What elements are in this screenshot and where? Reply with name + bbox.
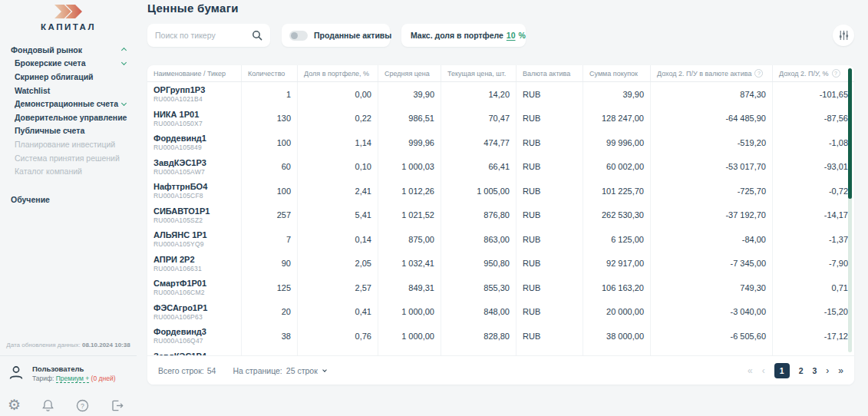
chevron-down-icon bbox=[121, 60, 127, 65]
pagination: « ‹ 123 › » bbox=[748, 363, 843, 378]
table-row[interactable]: СмартФ1Р01RU000A106CM21252,57849,31855,3… bbox=[147, 276, 854, 300]
cell-share: 0,04 bbox=[298, 348, 378, 356]
controls-bar: Проданные активы Макс. доля в портфеле 1… bbox=[147, 24, 854, 47]
table-row[interactable]: ЗавдКЭС1Р3RU000A105AW7600,101 000,0366,4… bbox=[147, 155, 854, 180]
cell-cur-price: 474,77 bbox=[441, 130, 517, 155]
table-row[interactable]: НафттрнБО4RU000A105CF81002,411 012,261 0… bbox=[147, 179, 854, 203]
table-row[interactable]: Фордевинд3RU000A106Q47380,761 000,00828,… bbox=[147, 324, 854, 348]
column-header: Сумма покупок bbox=[583, 65, 651, 81]
sidebar-item-label: Система принятия решений bbox=[15, 154, 120, 163]
table-row[interactable]: Фордевинд1RU000A1058491001,14999,96474,7… bbox=[147, 130, 854, 155]
table-body: ОРГрупп1Р3RU000A1021B410,0039,9014,20RUB… bbox=[147, 82, 854, 355]
table-row[interactable]: ФЭСАгро1Р1RU000A106P63200,411 000,00848,… bbox=[147, 300, 854, 325]
sold-assets-toggle-switch[interactable] bbox=[289, 31, 308, 41]
sidebar-item-label: Фондовый рынок bbox=[11, 45, 82, 54]
security-name: СмартФ1Р01 bbox=[153, 279, 235, 289]
pagination-page[interactable]: 2 bbox=[799, 366, 804, 375]
search-icon[interactable] bbox=[252, 30, 262, 41]
sidebar-item[interactable]: Доверительное управление bbox=[0, 111, 137, 124]
cell-avg-price: 924,98 bbox=[378, 348, 441, 356]
sidebar-item-label: Публичные счета bbox=[15, 126, 84, 135]
pagination-page-active[interactable]: 1 bbox=[774, 363, 790, 378]
column-header: Доход 2. П/У в валюте актива? bbox=[651, 65, 773, 81]
table-row[interactable]: СИБАВТО1Р1RU000A105SZ22575,411 021,52876… bbox=[147, 203, 854, 228]
search-input[interactable] bbox=[155, 31, 252, 40]
per-page-value: 25 строк bbox=[286, 366, 318, 375]
sidebar-item[interactable]: Публичные счета bbox=[0, 124, 137, 138]
sidebar-item[interactable]: Обучение bbox=[0, 193, 137, 206]
column-header: Количество bbox=[242, 65, 298, 81]
cell-cur-price: 66,41 bbox=[441, 155, 517, 180]
cell-purchases: 27 749,40 bbox=[583, 348, 651, 356]
tariff-days: (0 дней) bbox=[91, 375, 116, 382]
sold-assets-filter[interactable]: Проданные активы bbox=[282, 24, 390, 47]
cell-avg-price: 1 000,00 bbox=[378, 300, 441, 325]
column-settings-button[interactable] bbox=[833, 25, 854, 46]
pagination-first-button[interactable]: « bbox=[748, 366, 753, 375]
sidebar-item[interactable]: Скринер облигаций bbox=[0, 70, 137, 84]
sidebar-bottom: Дата обновления данных: 08.10.2024 10:38… bbox=[0, 342, 137, 416]
sidebar-menu: Фондовый рынокБрокерские счетаСкринер об… bbox=[0, 43, 137, 206]
cell-name: Фордевинд3RU000A106Q47 bbox=[147, 324, 242, 348]
cell-currency: RUB bbox=[517, 155, 583, 180]
cell-currency: RUB bbox=[517, 107, 583, 131]
column-header-label: Доход 2. П/У, % bbox=[779, 70, 829, 78]
cell-purchases: 99 996,00 bbox=[583, 130, 651, 155]
sold-assets-label: Проданные активы bbox=[314, 31, 391, 40]
table-row[interactable]: ЗавдКЭС1Р4300,04924,9851,00RUB27 749,40-… bbox=[147, 348, 854, 356]
cell-cur-price: 51,00 bbox=[441, 348, 517, 356]
cell-income-pct: -93,01 bbox=[773, 155, 854, 180]
cell-purchases: 128 247,00 bbox=[583, 107, 651, 131]
max-share-value[interactable]: 10 bbox=[507, 31, 516, 40]
table-row[interactable]: АПРИ 2Р2RU000A106631902,051 032,41950,80… bbox=[147, 252, 854, 276]
cell-avg-price: 849,31 bbox=[378, 276, 441, 300]
per-page-select[interactable]: На странице: 25 строк bbox=[233, 366, 325, 375]
sidebar-item[interactable]: Брокерские счета bbox=[0, 57, 137, 71]
logout-icon[interactable] bbox=[110, 398, 124, 413]
sidebar-item-label: Планирование инвестиций bbox=[15, 140, 115, 149]
pagination-page[interactable]: 3 bbox=[812, 366, 817, 375]
cell-qty: 20 bbox=[242, 300, 298, 325]
cell-currency: RUB bbox=[517, 324, 583, 348]
sidebar-item[interactable]: Фондовый рынок bbox=[0, 43, 137, 57]
table-row[interactable]: НИКА 1Р01RU000A1050X71300,22986,5170,47R… bbox=[147, 107, 854, 131]
notifications-bell-icon[interactable] bbox=[41, 398, 55, 413]
rows-total-value: 54 bbox=[207, 366, 216, 375]
scrollbar-thumb[interactable] bbox=[848, 68, 852, 199]
security-isin: RU000A106631 bbox=[153, 265, 235, 272]
sidebar-item[interactable]: Watchlist bbox=[0, 84, 137, 97]
security-name: АПРИ 2Р2 bbox=[153, 255, 235, 265]
pagination-last-button[interactable]: » bbox=[838, 366, 843, 375]
column-header-label: Наименование / Тикер bbox=[153, 70, 226, 78]
tariff-plan-link[interactable]: Премиум + bbox=[56, 375, 89, 383]
pagination-prev-button[interactable]: ‹ bbox=[762, 366, 765, 375]
logo[interactable]: КАПИТАЛ bbox=[0, 0, 137, 31]
data-updated-label: Дата обновления данных: bbox=[6, 342, 80, 348]
cell-income: -6 505,60 bbox=[651, 324, 773, 348]
user-avatar-icon bbox=[7, 364, 25, 382]
sidebar-item-label: Watchlist bbox=[15, 86, 50, 95]
sidebar-item[interactable]: Демонстрационные счета bbox=[0, 97, 137, 111]
table-row[interactable]: АЛЬЯНС 1Р1RU000A105YQ970,14875,00863,00R… bbox=[147, 227, 854, 252]
cell-income: -53 017,70 bbox=[651, 155, 773, 180]
cell-currency: RUB bbox=[517, 203, 583, 228]
cell-purchases: 60 002,00 bbox=[583, 155, 651, 180]
cell-qty: 257 bbox=[242, 203, 298, 228]
securities-table-card: Наименование / ТикерКоличествоДоля в пор… bbox=[147, 65, 854, 385]
cell-income: -64 485,90 bbox=[651, 107, 773, 131]
sidebar-item-label: Каталог компаний bbox=[15, 167, 82, 176]
cell-income: -519,20 bbox=[651, 130, 773, 155]
help-tooltip-icon[interactable]: ? bbox=[754, 69, 763, 78]
security-name: ФЭСАгро1Р1 bbox=[153, 303, 235, 313]
help-tooltip-icon[interactable]: ? bbox=[832, 69, 840, 78]
user-name: Пользователь bbox=[32, 365, 116, 373]
cell-avg-price: 986,51 bbox=[378, 107, 441, 131]
sidebar-item-label: Демонстрационные счета bbox=[15, 99, 118, 108]
settings-gear-icon[interactable]: ⚙ bbox=[8, 398, 21, 413]
security-isin: RU000A106CM2 bbox=[153, 289, 235, 296]
table-scrollbar[interactable] bbox=[848, 68, 852, 352]
help-question-icon[interactable]: ? bbox=[75, 398, 90, 413]
pagination-next-button[interactable]: › bbox=[826, 366, 829, 375]
table-row[interactable]: ОРГрупп1Р3RU000A1021B410,0039,9014,20RUB… bbox=[147, 82, 854, 107]
data-updated-value: 08.10.2024 10:38 bbox=[82, 342, 130, 348]
